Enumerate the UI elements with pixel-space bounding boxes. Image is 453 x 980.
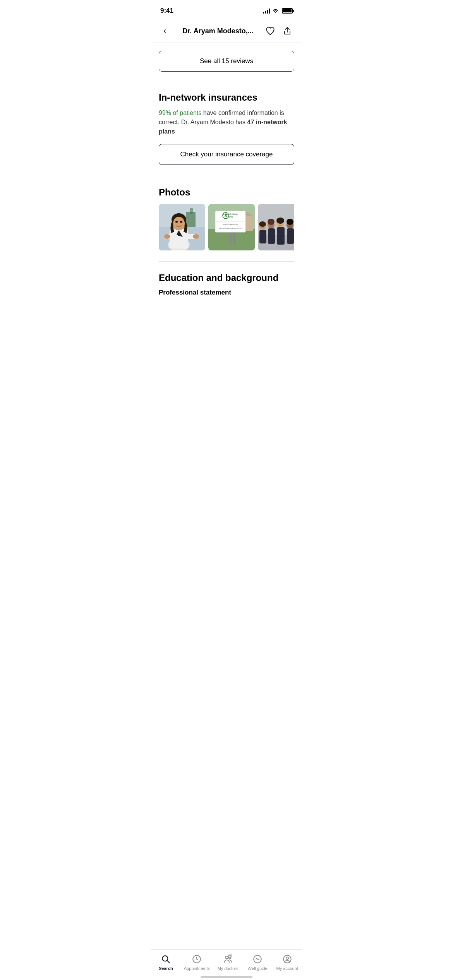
svg-text:www.sicklervillesmilesdental.c: www.sicklervillesmilesdental.com (219, 227, 242, 229)
photo-2[interactable]: S Sicklerville Smiles Dental 856-728-920… (208, 204, 255, 250)
group-photo-svg (258, 204, 294, 250)
photo-3[interactable] (258, 204, 294, 250)
svg-point-14 (180, 221, 182, 223)
status-bar: 9:41 (151, 0, 302, 19)
insurance-description: 99% of patients have confirmed informati… (159, 108, 294, 136)
status-time: 9:41 (160, 7, 173, 15)
sign-photo-svg: S Sicklerville Smiles Dental 856-728-920… (208, 204, 255, 250)
share-icon (283, 26, 292, 36)
check-insurance-button[interactable]: Check your insurance coverage (159, 144, 294, 165)
signal-icon (263, 8, 270, 14)
wifi-icon (272, 9, 279, 14)
svg-rect-32 (259, 230, 266, 243)
svg-point-43 (276, 218, 284, 224)
share-button[interactable] (280, 24, 294, 38)
svg-point-12 (173, 217, 185, 230)
photos-section: Photos (151, 176, 302, 261)
insurance-section: In-network insurances 99% of patients ha… (151, 81, 302, 176)
insurance-highlight-text: 99% of patients (159, 110, 201, 116)
doctor-photo-svg (159, 204, 205, 250)
education-section-title: Education and background (159, 272, 294, 283)
photos-section-title: Photos (159, 187, 294, 198)
insurance-section-title: In-network insurances (159, 92, 294, 103)
nav-bar: ‹ Dr. Aryam Modesto,... (151, 19, 302, 43)
svg-rect-2 (186, 212, 196, 227)
svg-text:Dental: Dental (228, 216, 233, 218)
nav-actions (263, 24, 294, 38)
svg-rect-38 (287, 228, 294, 244)
svg-rect-34 (268, 228, 275, 244)
svg-point-8 (164, 234, 170, 239)
svg-text:Sicklerville Smiles: Sicklerville Smiles (223, 213, 239, 215)
back-icon: ‹ (163, 26, 166, 36)
status-icons (263, 8, 293, 14)
battery-icon (282, 8, 293, 14)
svg-point-13 (175, 221, 178, 223)
svg-text:856-728-9200: 856-728-9200 (223, 223, 238, 226)
favorite-button[interactable] (263, 24, 277, 38)
professional-statement-title: Professional statement (159, 289, 294, 296)
photo-1[interactable] (159, 204, 205, 250)
svg-point-44 (287, 219, 293, 225)
back-button[interactable]: ‹ (157, 23, 173, 39)
heart-icon (265, 26, 275, 36)
svg-point-42 (268, 219, 275, 225)
see-all-reviews-button[interactable]: See all 15 reviews (159, 51, 294, 72)
svg-rect-3 (190, 208, 193, 214)
photos-grid: S Sicklerville Smiles Dental 856-728-920… (159, 204, 294, 250)
reviews-section: See all 15 reviews (151, 43, 302, 81)
svg-point-41 (259, 221, 266, 227)
content-area: See all 15 reviews In-network insurances… (151, 43, 302, 339)
education-section: Education and background Professional st… (151, 262, 302, 304)
svg-point-9 (193, 234, 199, 239)
svg-rect-36 (277, 227, 285, 245)
page-title: Dr. Aryam Modesto,... (173, 27, 263, 35)
